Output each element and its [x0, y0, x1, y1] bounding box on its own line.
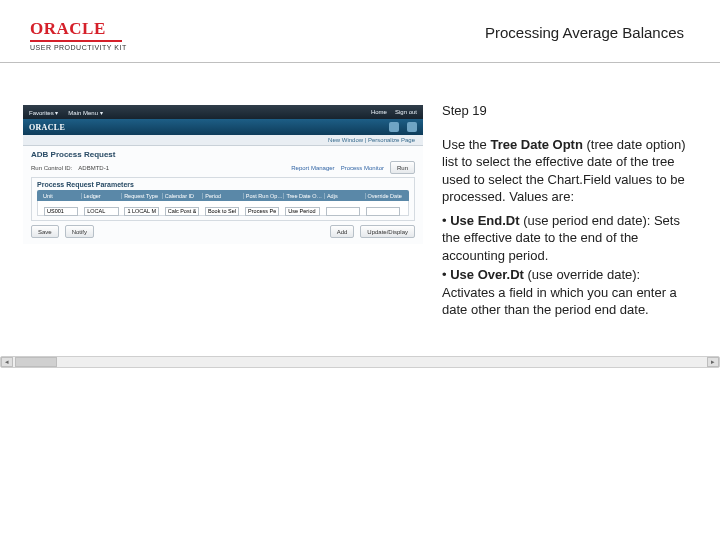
brand-text: ORACLE — [29, 123, 65, 132]
run-control-row: Run Control ID: ADBMTD-1 Report Manager … — [31, 161, 415, 174]
parameters-title: Process Request Parameters — [37, 181, 409, 188]
instruction-paragraph: Use the Tree Date Optn (tree date option… — [442, 136, 690, 206]
col-ledger: Ledger — [82, 193, 123, 199]
intro-bold: Tree Date Optn — [490, 137, 582, 152]
col-post-run: Post Run Option — [244, 193, 285, 199]
cell-adjs[interactable] — [326, 207, 360, 216]
nav-main-menu[interactable]: Main Menu ▾ — [68, 109, 102, 116]
screenshot-sublinks[interactable]: New Window | Personalize Page — [23, 135, 423, 146]
parameters-box: Process Request Parameters Unit Ledger R… — [31, 177, 415, 221]
flag-icon[interactable] — [389, 122, 399, 132]
logo-text: ORACLE — [30, 20, 106, 37]
section-title: ADB Process Request — [31, 150, 415, 159]
notify-button[interactable]: Notify — [65, 225, 94, 238]
run-button[interactable]: Run — [390, 161, 415, 174]
cell-calendar[interactable] — [165, 207, 199, 216]
grid-row — [37, 201, 409, 216]
add-button[interactable]: Add — [330, 225, 355, 238]
instruction-panel: Step 19 Use the Tree Date Optn (tree dat… — [424, 104, 690, 319]
b1-bold: Use End.Dt — [450, 213, 519, 228]
update-display-button[interactable]: Update/Display — [360, 225, 415, 238]
report-manager-link[interactable]: Report Manager — [291, 165, 334, 171]
cell-tree-date[interactable] — [285, 207, 319, 216]
logo-divider — [30, 40, 122, 42]
col-tree-date: Tree Date Option — [284, 193, 325, 199]
logo-subtitle: USER PRODUCTIVITY KIT — [30, 44, 127, 51]
save-button[interactable]: Save — [31, 225, 59, 238]
col-request-type: Request Type — [122, 193, 163, 199]
bullet-1: • Use End.Dt (use period end date): Sets… — [442, 212, 690, 265]
screenshot-top-nav: Favorites ▾ Main Menu ▾ Home Sign out — [23, 105, 423, 119]
cell-override[interactable] — [366, 207, 400, 216]
app-screenshot: Favorites ▾ Main Menu ▾ Home Sign out OR… — [22, 104, 424, 234]
bullet-2: • Use Over.Dt (use override date): Activ… — [442, 266, 690, 319]
col-override: Override Date — [366, 193, 406, 199]
col-period: Period — [203, 193, 244, 199]
intro-a: Use the — [442, 137, 490, 152]
cell-ledger[interactable] — [84, 207, 118, 216]
nav-home[interactable]: Home — [371, 109, 387, 115]
nav-signout[interactable]: Sign out — [395, 109, 417, 115]
col-adjs: Adjs — [325, 193, 366, 199]
process-monitor-link[interactable]: Process Monitor — [341, 165, 384, 171]
run-control-label: Run Control ID: — [31, 165, 72, 171]
header-divider — [0, 62, 720, 63]
scroll-right-icon[interactable]: ▸ — [707, 357, 719, 367]
screenshot-brand-bar: ORACLE — [23, 119, 423, 135]
header: ORACLE USER PRODUCTIVITY KIT Processing … — [30, 22, 690, 62]
col-unit: Unit — [41, 193, 82, 199]
cell-request[interactable] — [124, 207, 158, 216]
scroll-left-icon[interactable]: ◂ — [1, 357, 13, 367]
footer-buttons: Save Notify Add Update/Display — [31, 225, 415, 238]
run-control-value: ADBMTD-1 — [78, 165, 109, 171]
oracle-upk-logo: ORACLE USER PRODUCTIVITY KIT — [30, 20, 127, 51]
cell-period[interactable] — [205, 207, 239, 216]
b2-bold: Use Over.Dt — [450, 267, 524, 282]
cell-unit[interactable] — [44, 207, 78, 216]
scroll-thumb[interactable] — [15, 357, 57, 367]
step-number: Step 19 — [442, 102, 690, 120]
col-calendar: Calendar ID — [163, 193, 204, 199]
nav-favorites[interactable]: Favorites ▾ — [29, 109, 58, 116]
page-title: Processing Average Balances — [485, 24, 690, 41]
nav-icon[interactable] — [407, 122, 417, 132]
screenshot-scrollbar[interactable]: ◂ ▸ — [0, 356, 720, 368]
cell-post[interactable] — [245, 207, 279, 216]
